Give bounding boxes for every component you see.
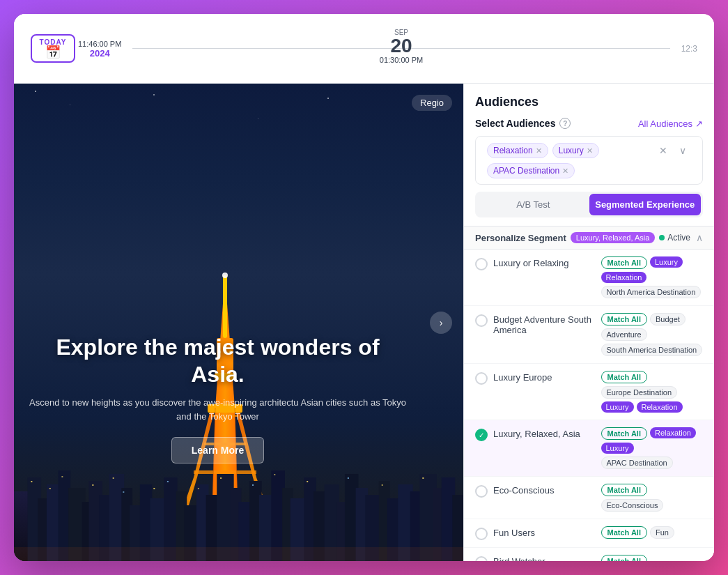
segment-tag: Eco-Conscious xyxy=(601,499,664,512)
svg-rect-72 xyxy=(274,474,275,475)
svg-rect-71 xyxy=(252,484,254,486)
region-label: Regio xyxy=(412,95,452,111)
svg-rect-11 xyxy=(223,275,227,338)
star2 xyxy=(70,105,70,105)
external-link-icon: ↗ xyxy=(695,118,703,129)
svg-rect-69 xyxy=(198,488,199,489)
main-area: Regio › Explore the majest wonders of As… xyxy=(14,84,714,561)
today-year: 2024 xyxy=(90,48,110,59)
remove-luxury-tag[interactable]: ✕ xyxy=(587,146,593,155)
svg-rect-74 xyxy=(348,477,349,479)
panel-header: Audiences Select Audiences ? All Audienc… xyxy=(464,84,714,226)
segment-name: Luxury Europe xyxy=(493,371,596,383)
today-badge: TODAY 📅 xyxy=(31,34,75,63)
match-all-button[interactable]: Match All xyxy=(601,555,648,561)
segment-row: Luxury or Relaxing Match All LuxuryRelax… xyxy=(464,250,714,306)
tag-luxury[interactable]: Luxury ✕ xyxy=(552,143,599,158)
sep-number: 20 xyxy=(390,36,412,56)
segment-row: Luxury Europe Match All Europe Destinati… xyxy=(464,364,714,420)
segment-name: Eco-Conscious xyxy=(493,484,596,496)
star5 xyxy=(327,98,329,99)
tags-actions: ✕ ∨ xyxy=(655,142,691,159)
segment-match-tags: Match All Europe DestinationLuxuryRelaxa… xyxy=(601,371,704,413)
segment-checkbox[interactable] xyxy=(475,258,488,270)
segment-tag: Luxury xyxy=(601,443,634,454)
segment-tag: Europe Destination xyxy=(601,386,678,399)
match-all-button[interactable]: Match All xyxy=(601,313,648,325)
segment-badge: Luxury, Relaxed, Asia xyxy=(571,232,656,243)
svg-rect-76 xyxy=(422,477,424,479)
nav-arrow-button[interactable]: › xyxy=(430,312,452,334)
svg-rect-68 xyxy=(167,481,169,482)
segment-match-tags: Match All Bird-Watcher xyxy=(601,555,704,561)
select-audiences-row: Select Audiences ? All Audiences ↗ xyxy=(475,118,703,129)
segment-name: Luxury or Relaxing xyxy=(493,256,596,268)
remove-relaxation-tag[interactable]: ✕ xyxy=(536,146,542,155)
star3 xyxy=(153,94,155,95)
svg-point-12 xyxy=(222,273,228,278)
segment-tag: Fun xyxy=(650,526,674,539)
segment-name: Budget Adventure South America xyxy=(493,313,596,335)
star1 xyxy=(35,91,36,92)
select-audiences-label: Select Audiences ? xyxy=(475,118,571,129)
match-all-button[interactable]: Match All xyxy=(601,371,648,383)
sep-badge: SEP 20 01:30:00 PM xyxy=(380,29,423,64)
segment-match-tags: Match All LuxuryRelaxationNorth America … xyxy=(601,256,704,298)
collapse-segment-button[interactable]: ∧ xyxy=(696,232,703,243)
remove-apac-tag[interactable]: ✕ xyxy=(562,167,568,176)
segment-checkbox[interactable]: ✓ xyxy=(475,429,488,441)
tab-ab-test[interactable]: A/B Test xyxy=(477,194,589,215)
hero-title: Explore the majest wonders of Asia. xyxy=(28,334,408,388)
svg-rect-63 xyxy=(61,476,63,477)
city-silhouette xyxy=(14,450,463,561)
match-all-button[interactable]: Match All xyxy=(601,484,648,496)
segment-row: Budget Adventure South America Match All… xyxy=(464,306,714,364)
calendar-icon: 📅 xyxy=(45,46,61,59)
segment-tag: North America Destination xyxy=(601,286,702,298)
segment-match-tags: Match All Fun xyxy=(601,526,704,539)
segment-tag: APAC Destination xyxy=(601,457,673,469)
svg-rect-73 xyxy=(307,481,308,482)
tag-relaxation[interactable]: Relaxation ✕ xyxy=(487,143,548,158)
segment-tag: Budget xyxy=(650,313,686,325)
segment-checkbox[interactable] xyxy=(475,556,488,561)
test-tabs: A/B Test Segmented Experience xyxy=(475,192,703,217)
segment-checkbox[interactable] xyxy=(475,314,488,327)
hero-subtitle: Ascend to new heights as you discover th… xyxy=(28,396,408,423)
help-icon[interactable]: ? xyxy=(559,118,571,129)
svg-rect-70 xyxy=(220,477,222,479)
segment-checkbox[interactable] xyxy=(475,485,488,498)
svg-rect-62 xyxy=(49,488,51,489)
timeline-line: SEP 20 01:30:00 PM xyxy=(132,48,669,49)
segment-list: Luxury or Relaxing Match All LuxuryRelax… xyxy=(464,250,714,561)
segment-row: Bird Watcher Match All Bird-Watcher xyxy=(464,548,714,561)
all-audiences-link[interactable]: All Audiences ↗ xyxy=(638,118,703,129)
match-all-button[interactable]: Match All xyxy=(601,256,648,269)
tag-apac[interactable]: APAC Destination ✕ xyxy=(487,163,575,178)
segment-match-tags: Match All Eco-Conscious xyxy=(601,484,704,512)
segment-tag: Relaxation xyxy=(601,272,647,283)
segment-name: Luxury, Relaxed, Asia xyxy=(493,427,596,439)
tab-segmented-experience[interactable]: Segmented Experience xyxy=(589,194,702,215)
clear-tags-button[interactable]: ✕ xyxy=(655,142,672,159)
segment-tag: Luxury xyxy=(650,256,683,268)
today-time: 11:46:00 PM xyxy=(78,40,121,48)
match-all-button[interactable]: Match All xyxy=(601,427,648,440)
segment-match-tags: Match All BudgetAdventureSouth America D… xyxy=(601,313,704,356)
svg-rect-75 xyxy=(382,484,383,486)
segment-match-tags: Match All RelaxationLuxuryAPAC Destinati… xyxy=(601,427,704,469)
top-bar: TODAY 📅 11:46:00 PM 2024 SEP 20 01:30:00… xyxy=(14,14,714,84)
match-all-button[interactable]: Match All xyxy=(601,526,648,539)
segment-status: Active ∧ xyxy=(659,232,703,243)
hero-content: Explore the majest wonders of Asia. Asce… xyxy=(14,334,421,463)
learn-more-button[interactable]: Learn More xyxy=(171,437,264,463)
tags-area: Relaxation ✕ Luxury ✕ ✕ ∨ APAC Destinati… xyxy=(475,136,703,185)
segment-row: Eco-Conscious Match All Eco-Conscious xyxy=(464,477,714,519)
segment-checkbox[interactable] xyxy=(475,372,488,385)
svg-rect-64 xyxy=(92,484,93,486)
star4 xyxy=(258,118,258,119)
segment-tag: Adventure xyxy=(601,328,647,341)
collapse-tags-button[interactable]: ∨ xyxy=(674,142,691,159)
segment-checkbox[interactable] xyxy=(475,528,488,540)
svg-rect-60 xyxy=(14,547,463,561)
